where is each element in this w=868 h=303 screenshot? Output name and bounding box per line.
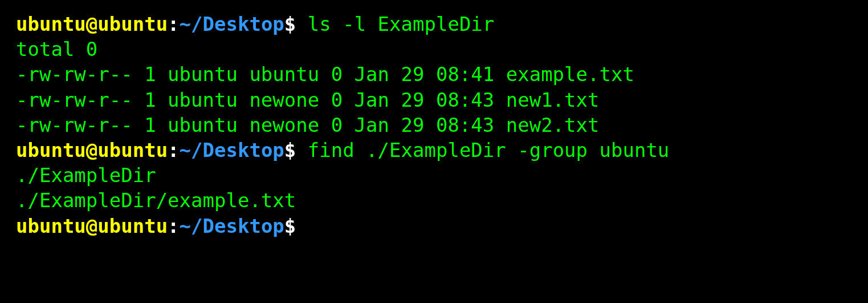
- prompt-colon: :: [168, 139, 179, 161]
- command-text: [296, 215, 307, 237]
- prompt-path: ~/Desktop: [180, 13, 284, 35]
- output-text: ./ExampleDir/example.txt: [16, 189, 296, 212]
- output-text: -rw-rw-r-- 1 ubuntu ubuntu 0 Jan 29 08:4…: [16, 63, 634, 86]
- output-line: -rw-rw-r-- 1 ubuntu newone 0 Jan 29 08:4…: [16, 87, 852, 112]
- output-text: -rw-rw-r-- 1 ubuntu newone 0 Jan 29 08:4…: [16, 88, 600, 111]
- command-text: find ./ExampleDir -group ubuntu: [296, 139, 669, 161]
- output-line: ./ExampleDir/example.txt: [16, 188, 852, 213]
- prompt-path: ~/Desktop: [180, 139, 284, 161]
- prompt-dollar: $: [284, 215, 296, 237]
- output-line: -rw-rw-r-- 1 ubuntu newone 0 Jan 29 08:4…: [16, 112, 852, 138]
- output-line: ./ExampleDir: [16, 163, 852, 188]
- output-text: ./ExampleDir: [16, 164, 156, 187]
- output-line: -rw-rw-r-- 1 ubuntu ubuntu 0 Jan 29 08:4…: [16, 62, 852, 87]
- prompt-colon: :: [168, 13, 179, 35]
- prompt-dollar: $: [284, 13, 296, 35]
- prompt-user-host: ubuntu@ubuntu: [16, 215, 168, 237]
- output-text: -rw-rw-r-- 1 ubuntu newone 0 Jan 29 08:4…: [16, 114, 600, 136]
- command-line[interactable]: ubuntu@ubuntu:~/Desktop$ find ./ExampleD…: [16, 138, 852, 163]
- output-text: total 0: [16, 38, 97, 60]
- command-line[interactable]: ubuntu@ubuntu:~/Desktop$: [16, 213, 852, 239]
- prompt-user-host: ubuntu@ubuntu: [16, 139, 168, 161]
- prompt-dollar: $: [284, 139, 296, 161]
- prompt-colon: :: [168, 215, 179, 237]
- prompt-path: ~/Desktop: [180, 215, 284, 237]
- command-line[interactable]: ubuntu@ubuntu:~/Desktop$ ls -l ExampleDi…: [16, 11, 852, 37]
- prompt-user-host: ubuntu@ubuntu: [16, 13, 168, 35]
- output-line: total 0: [16, 37, 852, 62]
- terminal-window[interactable]: ubuntu@ubuntu:~/Desktop$ ls -l ExampleDi…: [16, 11, 852, 239]
- command-text: ls -l ExampleDir: [296, 13, 494, 35]
